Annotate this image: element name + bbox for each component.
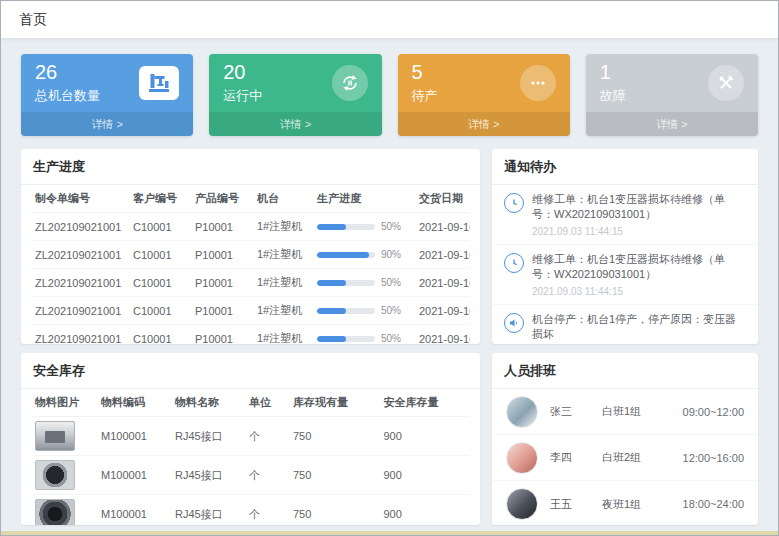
waiting-detail-link[interactable]: 详情 > [398,112,570,136]
stat-cards-row: 26 总机台数量 详情 > 20 运行中 [21,54,758,136]
cell-machine: 1#注塑机 [253,241,313,269]
cell-material-image [31,456,97,495]
card-running[interactable]: 20 运行中 详情 > [209,54,381,136]
table-row[interactable]: ZL202109021001 C10001 P10001 1#注塑机 90% 2… [31,241,470,269]
staff-shift: 夜班1组 [602,497,666,512]
avatar [506,396,538,428]
fault-value: 1 [600,61,626,83]
cell-material-image [31,417,97,456]
cell-stock: 750 [289,417,380,456]
cell-customer: C10001 [129,325,191,345]
avatar [506,442,538,474]
tab-home[interactable]: 首页 [19,11,47,29]
notice-body: 维修工单：机台1变压器损坏待维修（单号：WX202109031001） 2021… [532,252,746,297]
table-row[interactable]: ZL202109021001 C10001 P10001 1#注塑机 50% 2… [31,297,470,325]
list-item[interactable]: 王五 夜班1组 18:00~24:00 [492,481,758,525]
staff-time: 09:00~12:00 [683,406,744,418]
progress-track [317,308,375,314]
cell-unit: 个 [245,495,289,526]
col-order-no: 制令单编号 [31,185,129,213]
table-row[interactable]: ZL202109021001 C10001 P10001 1#注塑机 50% 2… [31,269,470,297]
table-row[interactable]: M100001 RJ45接口 个 750 900 [31,495,470,526]
production-progress-title: 生产进度 [21,149,480,185]
bottom-edge [1,531,778,535]
progress-track [317,336,375,342]
progress-fill [317,224,346,230]
clock-icon [504,253,524,273]
card-waiting-body: 5 待产 [398,54,570,112]
cell-code: M100001 [97,417,171,456]
table-row[interactable]: M100001 RJ45接口 个 750 900 [31,417,470,456]
cell-progress: 50% [313,325,415,345]
list-item[interactable]: 维修工单：机台1变压器损坏待维修（单号：WX202109031001） 2021… [492,245,758,305]
table-row[interactable]: ZL202109021001 C10001 P10001 1#注塑机 50% 2… [31,325,470,345]
progress-percent: 50% [381,221,401,232]
dashboard-grid: 生产进度 制令单编号 客户编号 产品编号 机台 生产进度 交货日期 ZL2021… [21,149,758,525]
table-row[interactable]: M100001 RJ45接口 个 750 900 [31,456,470,495]
card-waiting[interactable]: 5 待产 详情 > [398,54,570,136]
production-header-row: 制令单编号 客户编号 产品编号 机台 生产进度 交货日期 [31,185,470,213]
waiting-label: 待产 [412,87,438,105]
staff-name: 李四 [550,450,602,465]
staff-time: 18:00~24:00 [683,498,744,510]
cell-code: M100001 [97,495,171,526]
staff-schedule-title: 人员排班 [492,353,758,389]
table-row[interactable]: ZL202109021001 C10001 P10001 1#注塑机 50% 2… [31,213,470,241]
cell-name: RJ45接口 [171,456,245,495]
cell-customer: C10001 [129,297,191,325]
cell-customer: C10001 [129,213,191,241]
staff-schedule-panel: 人员排班 张三 白班1组 09:00~12:00 李四 白班2组 12:00~1… [492,353,758,525]
cell-customer: C10001 [129,269,191,297]
cell-product: P10001 [191,325,253,345]
cell-progress: 90% [313,241,415,269]
list-item[interactable]: 李四 白班2组 12:00~16:00 [492,435,758,481]
total-machines-detail-link[interactable]: 详情 > [21,112,193,136]
notice-body: 机台停产：机台1停产，停产原因：变压器损坏 2021.09.03 11:44:1… [532,312,746,344]
cell-safety: 900 [380,495,471,526]
progress-fill [317,280,346,286]
card-total-machines[interactable]: 26 总机台数量 详情 > [21,54,193,136]
progress-percent: 90% [381,249,401,260]
list-item[interactable]: 维修工单：机台1变压器损坏待维修（单号：WX202109031001） 2021… [492,185,758,245]
list-item[interactable]: 张三 白班1组 09:00~12:00 [492,389,758,435]
tools-icon [708,65,744,101]
col-material-image: 物料图片 [31,389,97,417]
progress-track [317,224,375,230]
cell-order: ZL202109021001 [31,325,129,345]
notice-text: 机台停产：机台1停产，停产原因：变压器损坏 [532,312,746,343]
cell-safety: 900 [380,417,471,456]
cell-stock: 750 [289,495,380,526]
card-total-machines-info: 26 总机台数量 [35,61,100,105]
material-photo [35,460,75,490]
notice-time: 2021.09.03 11:44:15 [532,226,746,237]
col-product-no: 产品编号 [191,185,253,213]
running-detail-link[interactable]: 详情 > [209,112,381,136]
material-photo [35,421,75,451]
staff-time: 12:00~16:00 [683,452,744,464]
cell-unit: 个 [245,417,289,456]
col-safety-stock: 安全库存量 [380,389,471,417]
cell-name: RJ45接口 [171,495,245,526]
card-running-info: 20 运行中 [223,61,262,105]
cell-customer: C10001 [129,241,191,269]
card-total-machines-body: 26 总机台数量 [21,54,193,112]
fault-detail-link[interactable]: 详情 > [586,112,758,136]
staff-name: 张三 [550,404,602,419]
col-delivery-date: 交货日期 [415,185,470,213]
cell-progress: 50% [313,297,415,325]
list-item[interactable]: 机台停产：机台1停产，停产原因：变压器损坏 2021.09.03 11:44:1… [492,305,758,344]
notices-title: 通知待办 [492,149,758,185]
col-unit: 单位 [245,389,289,417]
production-progress-panel: 生产进度 制令单编号 客户编号 产品编号 机台 生产进度 交货日期 ZL2021… [21,149,480,344]
fault-label: 故障 [600,87,626,105]
cell-date: 2021-09-10 [415,297,470,325]
cell-progress: 50% [313,269,415,297]
col-customer-no: 客户编号 [129,185,191,213]
cell-progress: 50% [313,213,415,241]
card-fault[interactable]: 1 故障 详情 > [586,54,758,136]
cell-product: P10001 [191,213,253,241]
progress-track [317,280,375,286]
card-fault-info: 1 故障 [600,61,626,105]
cell-name: RJ45接口 [171,417,245,456]
cell-date: 2021-09-10 [415,241,470,269]
